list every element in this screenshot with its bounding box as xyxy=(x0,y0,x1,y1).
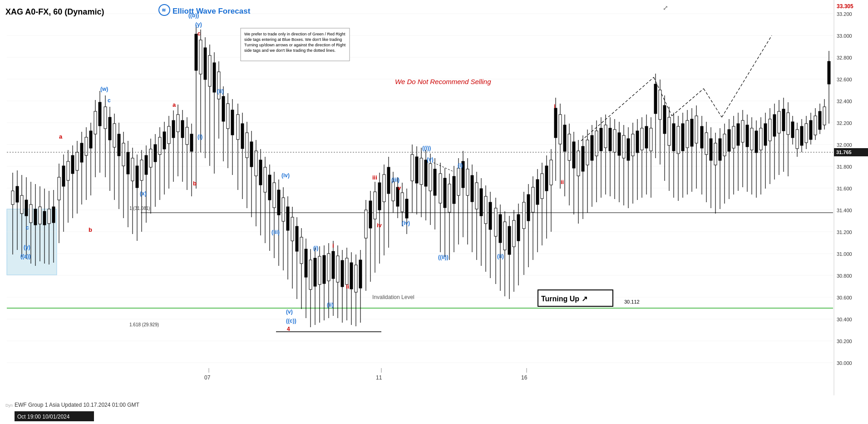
svg-text:32.400: 32.400 xyxy=(837,99,852,104)
svg-rect-378 xyxy=(814,116,817,135)
svg-rect-178 xyxy=(355,265,357,292)
svg-rect-48 xyxy=(58,177,60,200)
svg-rect-140 xyxy=(268,175,271,200)
svg-rect-256 xyxy=(536,180,539,205)
svg-rect-52 xyxy=(67,161,69,180)
svg-rect-362 xyxy=(778,111,780,133)
svg-text:Invalidation Level: Invalidation Level xyxy=(372,294,414,300)
svg-rect-298 xyxy=(631,134,634,156)
svg-text:31.400: 31.400 xyxy=(837,208,852,213)
svg-rect-108 xyxy=(195,34,197,70)
svg-rect-126 xyxy=(237,115,239,140)
svg-rect-170 xyxy=(336,256,339,282)
svg-text:ii: ii xyxy=(346,283,349,290)
svg-rect-332 xyxy=(710,139,712,160)
svg-rect-162 xyxy=(318,256,321,284)
svg-text:(iii): (iii) xyxy=(391,177,399,183)
svg-rect-306 xyxy=(650,128,652,151)
svg-rect-302 xyxy=(641,128,643,150)
svg-rect-352 xyxy=(755,131,758,153)
svg-rect-106 xyxy=(190,134,193,151)
svg-rect-312 xyxy=(663,105,666,134)
svg-rect-174 xyxy=(345,258,348,284)
svg-rect-354 xyxy=(760,128,762,150)
svg-text:31.765: 31.765 xyxy=(836,150,852,155)
svg-rect-68 xyxy=(104,107,107,129)
svg-text:((ii)): ((ii)) xyxy=(438,254,449,260)
svg-text:07: 07 xyxy=(204,374,211,381)
svg-text:We prefer to trade only in dir: We prefer to trade only in direction of … xyxy=(244,32,345,36)
svg-rect-382 xyxy=(823,107,826,125)
svg-text:32.800: 32.800 xyxy=(837,55,852,60)
svg-rect-148 xyxy=(286,207,289,230)
svg-rect-158 xyxy=(309,260,312,289)
svg-rect-100 xyxy=(177,115,179,132)
svg-rect-228 xyxy=(471,175,473,202)
svg-rect-348 xyxy=(746,125,749,147)
svg-text:16: 16 xyxy=(521,374,528,381)
svg-rect-56 xyxy=(76,152,79,170)
svg-rect-154 xyxy=(300,237,303,264)
svg-text:32.000: 32.000 xyxy=(837,142,852,148)
svg-text:4: 4 xyxy=(287,326,290,332)
svg-text:33.305: 33.305 xyxy=(837,3,853,10)
svg-rect-236 xyxy=(489,202,492,229)
svg-rect-370 xyxy=(796,130,799,149)
svg-text:32.200: 32.200 xyxy=(837,120,852,126)
svg-rect-230 xyxy=(475,183,478,209)
svg-text:1 (31.081): 1 (31.081) xyxy=(129,206,150,211)
svg-rect-46 xyxy=(52,207,55,223)
svg-text:30.200: 30.200 xyxy=(837,339,852,344)
svg-rect-202 xyxy=(411,155,414,181)
svg-rect-338 xyxy=(723,134,726,156)
svg-rect-316 xyxy=(672,124,675,151)
svg-text:((a)): ((a)) xyxy=(20,253,31,259)
svg-text:c: c xyxy=(197,30,201,37)
svg-rect-104 xyxy=(186,127,188,145)
svg-rect-296 xyxy=(627,139,630,160)
svg-rect-322 xyxy=(686,120,689,148)
svg-rect-44 xyxy=(48,209,50,224)
svg-rect-364 xyxy=(782,109,785,131)
svg-rect-242 xyxy=(503,222,506,250)
svg-rect-350 xyxy=(750,128,753,150)
svg-text:30.600: 30.600 xyxy=(837,295,852,300)
svg-text:31.200: 31.200 xyxy=(837,229,852,235)
svg-rect-182 xyxy=(365,210,367,238)
svg-rect-122 xyxy=(227,104,229,129)
svg-rect-172 xyxy=(341,260,344,287)
svg-rect-342 xyxy=(732,126,735,148)
svg-rect-78 xyxy=(127,152,129,174)
svg-rect-64 xyxy=(94,111,97,134)
svg-text:1.618 (29.929): 1.618 (29.929) xyxy=(129,322,159,327)
svg-text:≋: ≋ xyxy=(162,7,166,13)
svg-text:(i): (i) xyxy=(313,245,318,251)
svg-rect-290 xyxy=(613,130,616,152)
svg-rect-146 xyxy=(282,198,285,221)
svg-rect-164 xyxy=(323,255,326,284)
svg-rect-94 xyxy=(163,132,166,149)
svg-rect-346 xyxy=(741,120,744,142)
svg-rect-54 xyxy=(71,155,74,174)
svg-rect-160 xyxy=(314,258,316,286)
svg-text:(iv): (iv) xyxy=(402,220,410,226)
svg-rect-192 xyxy=(387,167,390,194)
svg-rect-32 xyxy=(20,195,23,214)
svg-rect-372 xyxy=(800,126,803,145)
svg-rect-210 xyxy=(429,164,432,191)
svg-text:b: b xyxy=(193,180,197,187)
svg-rect-252 xyxy=(527,195,530,221)
svg-text:(ii): (ii) xyxy=(327,302,334,308)
svg-rect-268 xyxy=(563,125,566,151)
svg-rect-266 xyxy=(559,115,562,144)
svg-rect-250 xyxy=(523,202,525,229)
svg-rect-98 xyxy=(172,120,175,138)
svg-rect-264 xyxy=(554,108,557,138)
svg-text:iii: iii xyxy=(372,174,377,181)
svg-text:i: i xyxy=(332,242,334,249)
svg-text:a: a xyxy=(173,101,176,108)
svg-text:Elliott Wave Forecast: Elliott Wave Forecast xyxy=(173,7,251,15)
svg-rect-30 xyxy=(16,186,19,202)
svg-rect-262 xyxy=(550,160,552,185)
svg-rect-112 xyxy=(204,48,207,80)
